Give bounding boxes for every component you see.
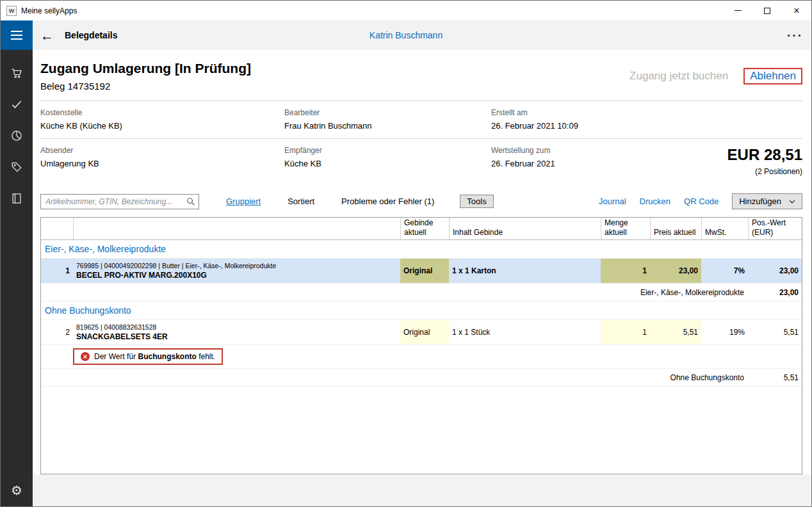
main-panel: Zugang Umlagerung [In Prüfung] Beleg 147… (33, 50, 811, 506)
print-link[interactable]: Drucken (640, 197, 670, 206)
col-header-article (73, 218, 400, 239)
col-header-mwst: MwSt. (701, 218, 748, 239)
field-bearbeiter: Bearbeiter Frau Katrin Buschmann (284, 108, 491, 131)
qr-code-link[interactable]: QR Code (684, 197, 719, 206)
close-icon: × (793, 5, 799, 17)
field-value: Küche KB (Küche KB) (40, 121, 284, 131)
toggle-sorted[interactable]: Sortiert (288, 197, 314, 206)
article-meta: 819625 | 04008832631528 (76, 323, 156, 331)
titlebar: W Meine sellyApps × (1, 1, 811, 20)
group-subtotal-row: Eier-, Käse-, Molkereiprodukte 23,00 (41, 284, 802, 302)
journal-link[interactable]: Journal (599, 197, 626, 206)
inhalt-cell: 1 x 1 Stück (449, 320, 601, 344)
document-title-block: Zugang Umlagerung [In Prüfung] Beleg 147… (40, 61, 251, 92)
menge-cell[interactable]: 1 (601, 259, 650, 283)
more-options-button[interactable]: ··· (787, 29, 803, 42)
sidebar-nav: ⚙ (1, 50, 33, 506)
maximize-icon (764, 8, 770, 14)
row-number: 2 (41, 320, 73, 344)
col-header-poswert: Pos.-Wert (EUR) (748, 218, 802, 239)
table-row[interactable]: 2 819625 | 04008832631528 SNACKGABELSETS… (41, 320, 802, 345)
minimize-button[interactable] (723, 1, 752, 20)
gebinde-cell[interactable]: Original (400, 259, 449, 283)
document-header: Zugang Umlagerung [In Prüfung] Beleg 147… (40, 50, 802, 101)
article-cell: 769985 | 04000492002298 | Butter | Eier-… (73, 259, 400, 283)
field-label: Bearbeiter (284, 108, 491, 117)
gebinde-cell[interactable]: Original (400, 320, 449, 344)
error-message: Der Wert für Buchungskonto fehlt. (94, 352, 215, 361)
book-icon (10, 192, 23, 205)
preis-cell[interactable]: 5,51 (650, 320, 701, 344)
sidebar-item-tasks[interactable] (10, 97, 24, 111)
article-meta: 769985 | 04000492002298 | Butter | Eier-… (76, 262, 276, 270)
field-label: Kostenstelle (40, 108, 284, 117)
minimize-icon (735, 10, 742, 11)
col-header-inhalt: Inhalt Gebinde (449, 218, 601, 239)
sidebar-item-cart[interactable] (10, 66, 24, 80)
inhalt-cell: 1 x 1 Karton (449, 259, 601, 283)
sidebar-item-reports[interactable] (10, 129, 24, 143)
subtotal-value: 5,51 (748, 369, 802, 386)
field-label: Erstellt am (491, 108, 802, 117)
reject-button[interactable]: Ablehnen (743, 68, 802, 84)
add-button-label: Hinzufügen (739, 197, 781, 206)
field-label: Absender (40, 146, 284, 155)
toggle-grouped[interactable]: Gruppiert (226, 197, 261, 206)
total-positions: (2 Positionen) (727, 167, 802, 176)
table-header-row: Gebinde aktuell Inhalt Gebinde Menge akt… (41, 218, 802, 240)
col-header-gebinde: Gebinde aktuell (400, 218, 449, 239)
field-value: 26. Februar 2021 (491, 159, 727, 168)
sidebar-item-prices[interactable] (10, 160, 24, 174)
window-controls: × (723, 1, 811, 20)
table-row[interactable]: 1 769985 | 04000492002298 | Butter | Eie… (41, 259, 802, 284)
field-kostenstelle: Kostenstelle Küche KB (Küche KB) (40, 108, 284, 131)
tools-button[interactable]: Tools (460, 195, 493, 208)
add-button[interactable]: Hinzufügen (732, 193, 802, 209)
field-erstellt-am: Erstellt am 26. Februar 2021 10:09 (491, 108, 802, 131)
pie-chart-icon (10, 129, 23, 142)
close-button[interactable]: × (782, 1, 811, 20)
menge-cell[interactable]: 1 (601, 320, 650, 344)
content-area: ⚙ Zugang Umlagerung [In Prüfung] Beleg 1… (1, 50, 811, 506)
mwst-cell: 7% (701, 259, 748, 283)
search-input[interactable] (40, 194, 199, 209)
sidebar-item-catalog[interactable] (10, 191, 24, 205)
document-actions: Zugang jetzt buchen Ablehnen (629, 68, 802, 84)
mwst-cell: 19% (701, 320, 748, 344)
poswert-cell: 5,51 (748, 320, 802, 344)
user-name-link[interactable]: Katrin Buschmann (369, 30, 443, 40)
group-subtotal-row: Ohne Buchungskonto 5,51 (41, 369, 802, 387)
field-value: Frau Katrin Buschmann (284, 121, 491, 131)
preis-cell[interactable]: 23,00 (650, 259, 701, 283)
subtotal-label: Ohne Buchungskonto (41, 369, 748, 386)
hamburger-menu-button[interactable] (1, 20, 33, 50)
subtotal-value: 23,00 (748, 284, 802, 301)
sidebar-item-settings[interactable]: ⚙ (10, 483, 24, 497)
problems-filter[interactable]: Probleme oder Fehler (1) (341, 197, 434, 206)
app-title: Meine sellyApps (21, 6, 77, 15)
document-number: Beleg 14735192 (40, 81, 251, 92)
toolbar-right: Journal Drucken QR Code Hinzufügen (599, 193, 802, 209)
document-total: EUR 28,51 (2 Positionen) (727, 146, 802, 176)
list-toolbar: Gruppiert Sortiert Probleme oder Fehler … (40, 193, 802, 209)
back-button[interactable]: ← (40, 29, 54, 42)
col-header-preis: Preis aktuell (650, 218, 701, 239)
article-cell: 819625 | 04008832631528 SNACKGABELSETS 4… (73, 320, 400, 344)
field-empfaenger: Empfänger Küche KB (284, 146, 491, 168)
hamburger-icon (11, 31, 22, 32)
app-icon: W (6, 6, 17, 16)
maximize-button[interactable] (752, 1, 782, 20)
article-name: BECEL PRO-AKTIV MARG.200X10G (76, 271, 207, 280)
cart-icon (10, 67, 23, 79)
row-number: 1 (41, 259, 73, 283)
page-title: Belegdetails (65, 30, 117, 40)
field-wertstellung: Wertstellung zum 26. Februar 2021 (491, 146, 727, 168)
error-icon: × (81, 352, 90, 361)
positions-table: Gebinde aktuell Inhalt Gebinde Menge akt… (40, 217, 802, 474)
chevron-down-icon (789, 200, 795, 204)
book-now-button-disabled: Zugang jetzt buchen (629, 70, 728, 83)
error-message-box: × Der Wert für Buchungskonto fehlt. (73, 348, 223, 365)
total-amount: EUR 28,51 (727, 146, 802, 164)
article-name: SNACKGABELSETS 4ER (76, 332, 168, 341)
group-header: Eier-, Käse-, Molkereiprodukte (41, 240, 802, 259)
